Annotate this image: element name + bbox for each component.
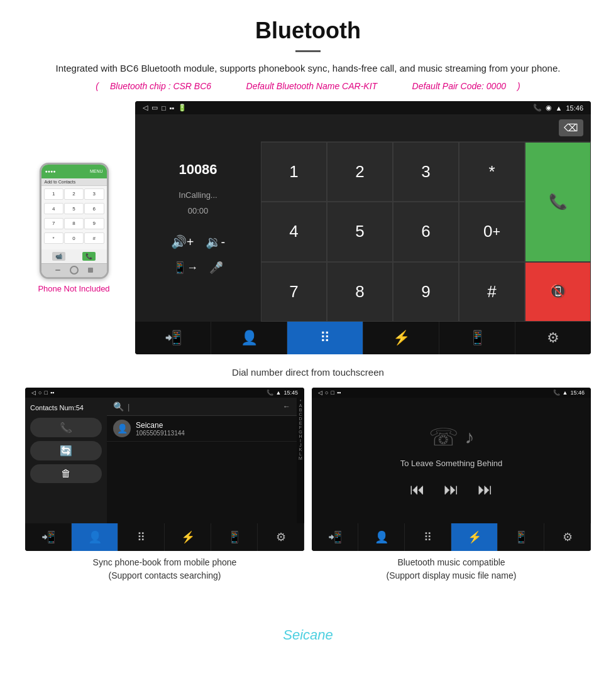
volume-down-icon[interactable]: 🔉- bbox=[206, 234, 226, 249]
dial-nav-phone-out[interactable]: 📱 bbox=[439, 322, 515, 354]
music-nav-contacts[interactable]: 👤 bbox=[358, 523, 405, 551]
bottom-screenshots: ◁ ○ □ ▪▪ 📞 ▲ 15:45 Contacts Num:54 📞 bbox=[25, 388, 591, 582]
contacts-back-icon: ← bbox=[283, 402, 290, 411]
contacts-sync-btn[interactable]: 🔄 bbox=[30, 441, 102, 460]
music-caption-line1: Bluetooth music compatible bbox=[397, 557, 505, 567]
alpha-a: A bbox=[299, 403, 302, 408]
dial-nav-bluetooth[interactable]: ⚡ bbox=[363, 322, 439, 354]
contacts-search-input[interactable] bbox=[128, 402, 279, 411]
title-divider bbox=[295, 50, 321, 52]
contacts-call-btn[interactable]: 📞 bbox=[30, 418, 102, 437]
phone-key-9[interactable]: 9 bbox=[84, 218, 104, 229]
phone-key-4[interactable]: 4 bbox=[44, 203, 63, 214]
phone-key-0[interactable]: 0 bbox=[64, 232, 84, 244]
dial-number-input-row: ⌫ bbox=[261, 114, 591, 142]
phone-home-btn[interactable] bbox=[70, 266, 79, 275]
phone-out-icon[interactable]: 📱→ bbox=[173, 261, 198, 275]
main-section: ●●●● MENU Add to Contacts 1 2 3 4 5 6 7 … bbox=[0, 101, 616, 586]
phone-key-7[interactable]: 7 bbox=[44, 218, 63, 229]
contacts-screenshot-item: ◁ ○ □ ▪▪ 📞 ▲ 15:45 Contacts Num:54 📞 bbox=[25, 388, 304, 582]
top-feature-row: ●●●● MENU Add to Contacts 1 2 3 4 5 6 7 … bbox=[25, 101, 591, 354]
contacts-caption-line2: (Support contacts searching) bbox=[109, 570, 221, 580]
dial-key-7[interactable]: 7 bbox=[261, 262, 327, 322]
phone-key-3[interactable]: 3 bbox=[84, 188, 104, 200]
dial-key-6[interactable]: 6 bbox=[393, 202, 459, 261]
music-nav-call[interactable]: 📲 bbox=[312, 523, 358, 551]
square-icon: □ bbox=[162, 104, 166, 112]
contacts-status-left: ◁ ○ □ ▪▪ bbox=[31, 390, 54, 396]
dial-key-4[interactable]: 4 bbox=[261, 202, 327, 261]
phone-key-star[interactable]: * bbox=[44, 232, 63, 244]
music-play-pause-btn[interactable]: ⏭ bbox=[444, 481, 459, 498]
contacts-body: Contacts Num:54 📞 🔄 🗑 🔍 ← bbox=[25, 398, 304, 523]
dial-status-bar: ◁ ▭ □ ▪▪ 🔋 📞 ◉ ▲ 15:46 bbox=[135, 101, 591, 114]
dial-nav-settings[interactable]: ⚙ bbox=[515, 322, 591, 354]
music-next-btn[interactable]: ⏭ bbox=[478, 481, 493, 498]
phone-key-1[interactable]: 1 bbox=[44, 188, 63, 200]
music-screen: ◁ ○ □ ▪▪ 📞 ▲ 15:46 ☏ ♪ bbox=[312, 388, 591, 551]
contacts-nav-bluetooth[interactable]: ⚡ bbox=[165, 523, 211, 551]
c-wifi-icon: ▲ bbox=[276, 390, 282, 396]
phone-content: Add to Contacts 1 2 3 4 5 6 7 8 9 * 0 # bbox=[41, 178, 107, 263]
music-nav-keypad[interactable]: ⠿ bbox=[405, 523, 451, 551]
backspace-btn[interactable]: ⌫ bbox=[559, 119, 583, 136]
dial-body: 10086 InCalling... 00:00 🔊+ 🔉- 📱→ 🎤 bbox=[135, 114, 591, 322]
dial-nav-keypad[interactable]: ⠿ bbox=[287, 322, 363, 354]
phone-label: Add to Contacts bbox=[41, 178, 107, 186]
music-icon-area: ☏ ♪ bbox=[429, 423, 475, 451]
mic-icon[interactable]: 🎤 bbox=[209, 261, 223, 275]
contact-info: Seicane 10655059113144 bbox=[136, 421, 185, 437]
c-signal-icon: ▪▪ bbox=[50, 390, 54, 396]
music-nav-phone-out[interactable]: 📱 bbox=[498, 523, 544, 551]
dial-info-panel: 10086 InCalling... 00:00 🔊+ 🔉- 📱→ 🎤 bbox=[135, 114, 261, 322]
music-prev-btn[interactable]: ⏮ bbox=[410, 481, 425, 498]
music-nav-settings[interactable]: ⚙ bbox=[544, 523, 591, 551]
contacts-search-icon: 🔍 bbox=[113, 401, 124, 411]
dial-nav-contacts[interactable]: 👤 bbox=[211, 322, 287, 354]
music-nav-bluetooth[interactable]: ⚡ bbox=[451, 523, 498, 551]
phone-key-2[interactable]: 2 bbox=[64, 188, 84, 200]
contacts-nav-settings[interactable]: ⚙ bbox=[258, 523, 304, 551]
phone-carrier: ●●●● bbox=[45, 169, 56, 173]
music-status-bar: ◁ ○ □ ▪▪ 📞 ▲ 15:46 bbox=[312, 388, 591, 398]
dial-key-3[interactable]: 3 bbox=[393, 142, 459, 202]
dial-key-0plus[interactable]: 0+ bbox=[459, 202, 525, 261]
contacts-nav-call[interactable]: 📲 bbox=[25, 523, 72, 551]
phone-key-5[interactable]: 5 bbox=[64, 203, 84, 214]
phone-key-6[interactable]: 6 bbox=[84, 203, 104, 214]
contacts-search-row: 🔍 ← bbox=[107, 398, 297, 416]
dial-display-number: 10086 bbox=[179, 161, 217, 178]
music-status-left: ◁ ○ □ ▪▪ bbox=[318, 390, 341, 396]
contacts-nav-phone-out[interactable]: 📱 bbox=[211, 523, 258, 551]
dial-key-hash[interactable]: # bbox=[459, 262, 525, 322]
alpha-e: E bbox=[299, 421, 302, 425]
contacts-delete-btn[interactable]: 🗑 bbox=[30, 464, 102, 483]
dial-key-8[interactable]: 8 bbox=[327, 262, 393, 322]
dial-key-2[interactable]: 2 bbox=[327, 142, 393, 202]
alpha-star: * bbox=[300, 399, 302, 403]
phone-video-btn[interactable]: 📹 bbox=[52, 252, 65, 261]
dial-key-star[interactable]: * bbox=[459, 142, 525, 202]
c-window-icon: ○ bbox=[38, 390, 41, 396]
dial-calling-label: InCalling... bbox=[179, 190, 217, 200]
phone-key-8[interactable]: 8 bbox=[64, 218, 84, 229]
dial-call-green-btn[interactable]: 📞 bbox=[525, 142, 591, 262]
contacts-caption: Sync phone-book from mobile phone (Suppo… bbox=[93, 556, 237, 582]
contacts-nav-contacts[interactable]: 👤 bbox=[72, 523, 118, 551]
c-clock: 15:45 bbox=[283, 390, 298, 396]
dial-nav-call-forward[interactable]: 📲 bbox=[135, 322, 211, 354]
phone-back-btn bbox=[55, 270, 60, 271]
dial-volume-controls: 🔊+ 🔉- bbox=[171, 234, 225, 249]
contacts-nav-keypad[interactable]: ⠿ bbox=[118, 523, 165, 551]
contact-item-seicane[interactable]: 👤 Seicane 10655059113144 bbox=[107, 416, 297, 442]
phone-call-btn[interactable]: 📞 bbox=[82, 252, 96, 261]
dial-call-red-btn[interactable]: 📵 bbox=[525, 262, 591, 322]
music-body: ☏ ♪ To Leave Something Behind ⏮ ⏭ ⏭ bbox=[312, 398, 591, 523]
volume-up-icon[interactable]: 🔊+ bbox=[171, 234, 194, 249]
dial-key-9[interactable]: 9 bbox=[393, 262, 459, 322]
dial-key-5[interactable]: 5 bbox=[327, 202, 393, 261]
window-icon: ▭ bbox=[151, 104, 158, 112]
contacts-status-right: 📞 ▲ 15:45 bbox=[267, 390, 298, 396]
phone-key-hash[interactable]: # bbox=[84, 232, 104, 244]
dial-key-1[interactable]: 1 bbox=[261, 142, 327, 202]
